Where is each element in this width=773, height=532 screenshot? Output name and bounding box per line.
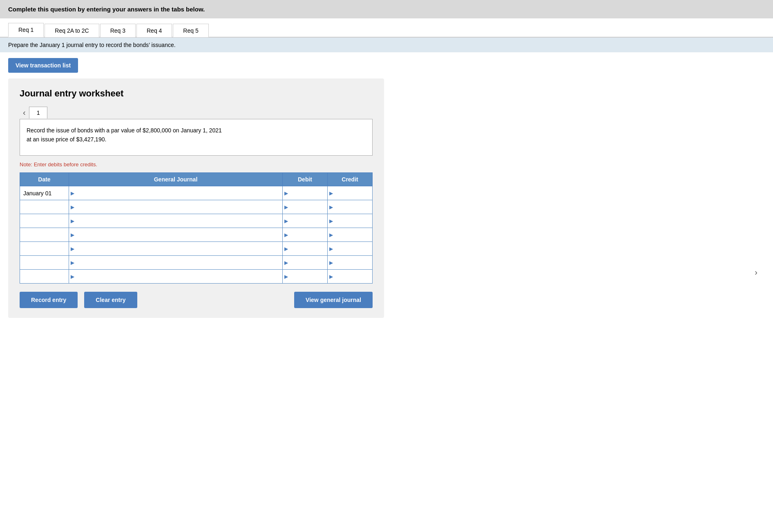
- table-row: ▶▶▶: [20, 270, 373, 284]
- input-debit-2[interactable]: [290, 216, 327, 226]
- cell-credit-1[interactable]: ▶: [328, 200, 373, 214]
- bottom-buttons: Record entry Clear entry View general jo…: [20, 292, 373, 308]
- input-date-3[interactable]: [20, 228, 69, 241]
- tab-req3[interactable]: Req 3: [100, 24, 136, 37]
- input-date-4[interactable]: [20, 242, 69, 255]
- input-debit-4[interactable]: [290, 244, 327, 254]
- input-debit-6[interactable]: [290, 272, 327, 282]
- journal-arrow-4: ▶: [69, 246, 76, 252]
- table-row: ▶▶▶: [20, 242, 373, 256]
- input-credit-6[interactable]: [335, 272, 372, 282]
- tab-req1[interactable]: Req 1: [8, 23, 44, 37]
- journal-arrow-1: ▶: [69, 204, 76, 210]
- cell-journal-5[interactable]: ▶: [69, 256, 283, 270]
- cell-credit-4[interactable]: ▶: [328, 242, 373, 256]
- input-debit-3[interactable]: [290, 230, 327, 240]
- debit-arrow-2: ▶: [283, 218, 290, 224]
- cell-journal-4[interactable]: ▶: [69, 242, 283, 256]
- credit-arrow-1: ▶: [328, 204, 335, 210]
- col-header-journal: General Journal: [69, 173, 283, 186]
- clear-entry-button[interactable]: Clear entry: [84, 292, 137, 308]
- cell-date-3[interactable]: [20, 228, 69, 242]
- cell-journal-2[interactable]: ▶: [69, 214, 283, 228]
- cell-debit-0[interactable]: ▶: [283, 186, 328, 200]
- tab-req2a2c[interactable]: Req 2A to 2C: [45, 24, 99, 37]
- input-date-1[interactable]: [20, 200, 69, 214]
- cell-credit-2[interactable]: ▶: [328, 214, 373, 228]
- cell-date-1[interactable]: [20, 200, 69, 214]
- journal-arrow-5: ▶: [69, 260, 76, 266]
- input-journal-6[interactable]: [76, 272, 282, 282]
- input-credit-3[interactable]: [335, 230, 372, 240]
- table-row: ▶▶▶: [20, 200, 373, 214]
- input-debit-0[interactable]: [290, 188, 327, 198]
- input-date-5[interactable]: [20, 256, 69, 269]
- cell-journal-1[interactable]: ▶: [69, 200, 283, 214]
- input-journal-0[interactable]: [76, 188, 282, 198]
- cell-credit-0[interactable]: ▶: [328, 186, 373, 200]
- cell-credit-5[interactable]: ▶: [328, 256, 373, 270]
- tab-req4[interactable]: Req 4: [136, 24, 172, 37]
- prev-entry-arrow[interactable]: ‹: [20, 106, 29, 119]
- input-credit-4[interactable]: [335, 244, 372, 254]
- journal-table: Date General Journal Debit Credit ▶▶▶▶▶▶…: [20, 172, 373, 284]
- view-transaction-button[interactable]: View transaction list: [8, 58, 78, 73]
- cell-date-0[interactable]: [20, 186, 69, 200]
- debit-arrow-6: ▶: [283, 274, 290, 279]
- input-date-2[interactable]: [20, 214, 69, 228]
- cell-debit-4[interactable]: ▶: [283, 242, 328, 256]
- cell-date-4[interactable]: [20, 242, 69, 256]
- instruction-bar: Complete this question by entering your …: [0, 0, 773, 18]
- note-text: Note: Enter debits before credits.: [20, 161, 373, 168]
- next-entry-arrow[interactable]: ›: [751, 266, 761, 279]
- entry-tab-1[interactable]: 1: [29, 107, 48, 118]
- input-date-6[interactable]: [20, 270, 69, 283]
- debit-arrow-0: ▶: [283, 190, 290, 196]
- tabs-container: Req 1 Req 2A to 2C Req 3 Req 4 Req 5: [0, 18, 773, 38]
- subtitle-text: Prepare the January 1 journal entry to r…: [8, 42, 176, 48]
- input-credit-2[interactable]: [335, 216, 372, 226]
- cell-journal-6[interactable]: ▶: [69, 270, 283, 284]
- credit-arrow-6: ▶: [328, 274, 335, 279]
- entry-nav: ‹ 1: [20, 106, 373, 119]
- credit-arrow-3: ▶: [328, 232, 335, 238]
- debit-arrow-5: ▶: [283, 260, 290, 266]
- input-credit-1[interactable]: [335, 202, 372, 212]
- input-journal-5[interactable]: [76, 258, 282, 268]
- cell-debit-5[interactable]: ▶: [283, 256, 328, 270]
- cell-debit-3[interactable]: ▶: [283, 228, 328, 242]
- col-header-date: Date: [20, 173, 69, 186]
- cell-journal-3[interactable]: ▶: [69, 228, 283, 242]
- table-row: ▶▶▶: [20, 214, 373, 228]
- debit-arrow-4: ▶: [283, 246, 290, 252]
- cell-debit-6[interactable]: ▶: [283, 270, 328, 284]
- cell-date-5[interactable]: [20, 256, 69, 270]
- input-credit-0[interactable]: [335, 188, 372, 198]
- view-general-journal-button[interactable]: View general journal: [294, 292, 373, 308]
- input-journal-3[interactable]: [76, 230, 282, 240]
- input-journal-4[interactable]: [76, 244, 282, 254]
- table-row: ▶▶▶: [20, 228, 373, 242]
- tab-req5[interactable]: Req 5: [173, 24, 208, 37]
- input-credit-5[interactable]: [335, 258, 372, 268]
- input-journal-2[interactable]: [76, 216, 282, 226]
- debit-arrow-1: ▶: [283, 204, 290, 210]
- description-text: Record the issue of bonds with a par val…: [27, 127, 222, 143]
- journal-card: Journal entry worksheet ‹ 1 Record the i…: [8, 78, 384, 318]
- cell-credit-6[interactable]: ▶: [328, 270, 373, 284]
- input-date-0[interactable]: [20, 186, 69, 200]
- cell-debit-1[interactable]: ▶: [283, 200, 328, 214]
- subtitle-bar: Prepare the January 1 journal entry to r…: [0, 38, 773, 52]
- cell-date-6[interactable]: [20, 270, 69, 284]
- credit-arrow-5: ▶: [328, 260, 335, 266]
- record-entry-button[interactable]: Record entry: [20, 292, 78, 308]
- table-row: ▶▶▶: [20, 256, 373, 270]
- cell-debit-2[interactable]: ▶: [283, 214, 328, 228]
- cell-date-2[interactable]: [20, 214, 69, 228]
- cell-journal-0[interactable]: ▶: [69, 186, 283, 200]
- input-debit-1[interactable]: [290, 202, 327, 212]
- input-debit-5[interactable]: [290, 258, 327, 268]
- input-journal-1[interactable]: [76, 202, 282, 212]
- cell-credit-3[interactable]: ▶: [328, 228, 373, 242]
- journal-title: Journal entry worksheet: [20, 88, 373, 99]
